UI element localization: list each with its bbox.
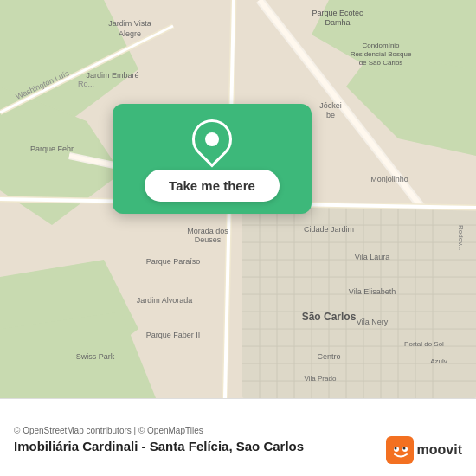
svg-text:Vila Elisabeth: Vila Elisabeth [349,287,396,296]
svg-text:Jardim Alvorada: Jardim Alvorada [137,296,193,305]
svg-text:Parque Faber II: Parque Faber II [146,331,201,339]
take-me-there-button[interactable]: Take me there [145,170,280,202]
moovit-logo: moovit [386,436,462,464]
location-pin-icon [183,111,240,167]
svg-text:São Carlos: São Carlos [302,311,357,323]
svg-text:Jardim Vista: Jardim Vista [108,19,151,28]
svg-text:Portal do Sol: Portal do Sol [404,340,444,348]
svg-text:Vila Laura: Vila Laura [355,253,389,261]
svg-text:Jardim Embaré: Jardim Embaré [86,71,138,80]
svg-text:de São Carlos: de São Carlos [359,59,403,67]
svg-point-72 [394,447,396,450]
moovit-icon [386,436,414,464]
svg-point-73 [402,447,405,450]
svg-text:Rodov...: Rodov... [457,225,465,250]
svg-text:Ro...: Ro... [78,80,94,88]
svg-text:Residencial Bosque: Residencial Bosque [351,50,412,58]
svg-text:Cidade Jardim: Cidade Jardim [304,225,354,234]
map-attribution: © OpenStreetMap contributors | © OpenMap… [14,426,462,435]
bottom-bar: © OpenStreetMap contributors | © OpenMap… [0,398,476,476]
svg-text:Azulv...: Azulv... [430,357,453,365]
svg-text:Morada dos: Morada dos [187,227,228,235]
location-card: Take me there [113,104,312,214]
svg-text:Parque Ecotec: Parque Ecotec [312,9,363,17]
svg-text:Parque Paraíso: Parque Paraíso [146,257,201,266]
map-container: Washington Luís Ro... Jardim Vista Alegr… [0,0,476,398]
svg-text:Condomínio: Condomínio [362,42,400,49]
svg-text:Vila Nery: Vila Nery [357,318,389,326]
svg-text:Damha: Damha [325,18,350,27]
svg-text:Monjolinho: Monjolinho [370,175,408,183]
svg-text:Parque Fehr: Parque Fehr [30,145,74,153]
svg-text:Centro: Centro [317,352,340,361]
svg-text:Vila Prado: Vila Prado [305,375,337,383]
svg-text:Jóckei: Jóckei [319,101,342,110]
svg-text:Swiss Park: Swiss Park [76,352,115,361]
moovit-text: moovit [417,442,462,458]
svg-text:Deuses: Deuses [195,235,222,244]
svg-text:be: be [326,111,335,119]
svg-rect-69 [386,436,414,464]
svg-text:Alegre: Alegre [119,29,141,38]
